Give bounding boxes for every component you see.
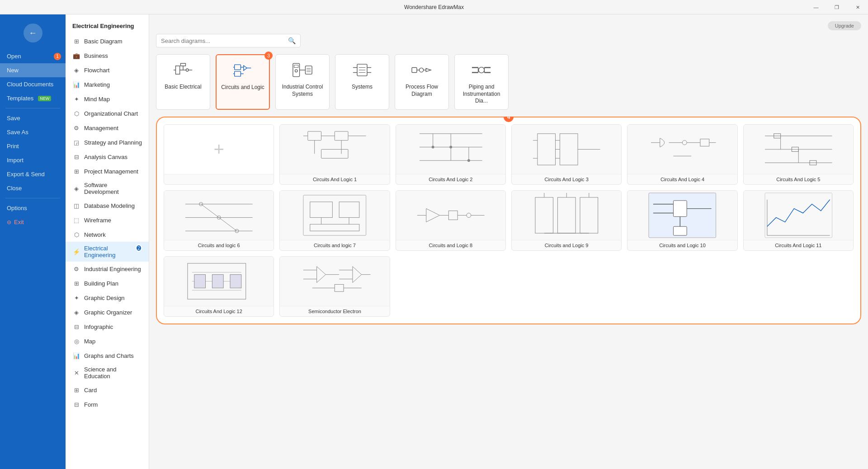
leftnav-item-business[interactable]: 💼 Business	[66, 48, 149, 63]
window-controls: — ❐ ✕	[806, 0, 868, 14]
category-systems[interactable]: Systems	[335, 54, 389, 110]
template-preview-circuits-2	[396, 125, 505, 174]
leftnav-item-org-chart[interactable]: ⬡ Organizational Chart	[66, 106, 149, 121]
templates-area: + Circuits And Logic 1 Circuits And Logi…	[156, 117, 861, 324]
leftnav-icon-business: 💼	[72, 52, 80, 60]
sidebar-item-new[interactable]: New	[0, 63, 66, 77]
leftnav-label-software-dev: Software Development	[84, 182, 142, 195]
svg-rect-45	[321, 149, 348, 158]
svg-rect-116	[674, 226, 687, 235]
leftnav-item-project-mgmt[interactable]: ⊞ Project Management	[66, 164, 149, 178]
leftnav-item-flowchart[interactable]: ◈ Flowchart	[66, 63, 149, 77]
leftnav-item-electrical-eng[interactable]: ⚡ Electrical Engineering 2	[66, 242, 149, 262]
leftnav-item-science[interactable]: ✕ Science and Education	[66, 363, 149, 383]
back-button[interactable]: ←	[24, 23, 42, 42]
template-card-circuits-12[interactable]: Circuits And Logic 12	[164, 256, 274, 317]
template-card-new[interactable]: +	[164, 124, 274, 185]
template-card-circuits-7[interactable]: Circuits and logic 7	[279, 190, 390, 251]
leftnav-item-industrial-eng[interactable]: ⚙ Industrial Engineering	[66, 262, 149, 276]
template-label-circuits-11: Circuits And Logic 11	[744, 240, 853, 250]
search-input[interactable]	[161, 38, 288, 44]
leftnav-icon-project-mgmt: ⊞	[72, 167, 80, 175]
template-card-semiconductor[interactable]: Semiconductor Electron	[279, 256, 390, 317]
leftnav-item-database[interactable]: ◫ Database Modeling	[66, 198, 149, 213]
leftnav-item-graphic-design[interactable]: ✦ Graphic Design	[66, 291, 149, 305]
category-row: Basic Electrical Circuits and Logic 3 In…	[156, 54, 861, 110]
sidebar-item-exit[interactable]: ⊝ Exit	[0, 215, 66, 229]
leftnav-label-basic-diagram: Basic Diagram	[84, 38, 123, 45]
leftnav-item-software-dev[interactable]: ◈ Software Development	[66, 178, 149, 198]
template-card-circuits-8[interactable]: Circuits and Logic 8	[396, 190, 506, 251]
template-card-circuits-5[interactable]: Circuits And Logic 5	[743, 124, 854, 185]
main-content: Upgrade 🔍 Basic Electrical Circuits and …	[149, 14, 868, 469]
sidebar-item-saveas[interactable]: Save As	[0, 125, 66, 139]
new-template-label	[164, 174, 274, 179]
leftnav-icon-map: ◎	[72, 337, 80, 345]
leftnav-item-basic-diagram[interactable]: ⊞ Basic Diagram	[66, 34, 149, 48]
svg-rect-134	[335, 284, 344, 291]
search-icon[interactable]: 🔍	[288, 37, 296, 44]
leftnav-icon-org-chart: ⬡	[72, 109, 80, 117]
category-basic-electrical[interactable]: Basic Electrical	[156, 54, 210, 110]
leftnav-item-strategy[interactable]: ◲ Strategy and Planning	[66, 135, 149, 150]
svg-rect-94	[310, 224, 359, 231]
minimize-button[interactable]: —	[806, 0, 826, 14]
leftnav-item-form[interactable]: ⊟ Form	[66, 397, 149, 412]
leftnav-item-graphic-org[interactable]: ◈ Graphic Organizer	[66, 305, 149, 319]
leftnav-item-mind-map[interactable]: ✦ Mind Map	[66, 92, 149, 106]
sidebar-item-export[interactable]: Export & Send	[0, 167, 66, 181]
leftnav-icon-infographic: ⊟	[72, 323, 80, 331]
template-card-circuits-4[interactable]: Circuits And Logic 4	[627, 124, 737, 185]
sidebar-label-import: Import	[7, 157, 24, 164]
leftnav-item-building-plan[interactable]: ⊞ Building Plan	[66, 276, 149, 291]
leftnav-label-graphs-charts: Graphs and Charts	[84, 352, 134, 359]
leftnav-icon-flowchart: ◈	[72, 66, 80, 74]
leftnav-label-business: Business	[84, 52, 108, 59]
leftnav-icon-card: ⊞	[72, 386, 80, 394]
svg-rect-103	[535, 197, 553, 233]
leftnav-item-infographic[interactable]: ⊟ Infographic	[66, 319, 149, 334]
template-card-circuits-1[interactable]: Circuits And Logic 1	[279, 124, 390, 185]
category-icon-systems	[349, 59, 375, 81]
close-button[interactable]: ✕	[847, 0, 868, 14]
category-label-systems: Systems	[352, 84, 373, 91]
template-label-circuits-6: Circuits and logic 6	[164, 240, 274, 250]
leftnav-item-wireframe[interactable]: ⬚ Wireframe	[66, 213, 149, 227]
sidebar-item-save[interactable]: Save	[0, 111, 66, 125]
category-piping[interactable]: Piping and Instrumentation Dia...	[454, 54, 509, 110]
category-circuits-logic[interactable]: Circuits and Logic 3	[216, 54, 270, 110]
restore-button[interactable]: ❐	[826, 0, 847, 14]
upgrade-button[interactable]: Upgrade	[828, 21, 861, 30]
leftnav-badge-electrical-eng: 2	[136, 244, 142, 252]
category-process-flow[interactable]: Process Flow Diagram	[395, 54, 449, 110]
sidebar-item-print[interactable]: Print	[0, 139, 66, 153]
category-icon-basic-electrical	[170, 59, 196, 81]
leftnav-item-marketing[interactable]: 📊 Marketing	[66, 77, 149, 92]
leftnav-item-card[interactable]: ⊞ Card	[66, 383, 149, 397]
leftnav-item-management[interactable]: ⚙ Management	[66, 121, 149, 135]
leftnav-label-management: Management	[84, 125, 118, 131]
template-card-circuits-9[interactable]: Circuits and Logic 9	[511, 190, 622, 251]
leftnav-item-analysis[interactable]: ⊟ Analysis Canvas	[66, 150, 149, 164]
svg-rect-43	[335, 131, 348, 141]
sidebar-item-cloud[interactable]: Cloud Documents	[0, 77, 66, 91]
leftnav-item-network[interactable]: ⬡ Network	[66, 227, 149, 242]
template-card-circuits-3[interactable]: Circuits And Logic 3	[511, 124, 622, 185]
template-label-circuits-9: Circuits and Logic 9	[512, 240, 621, 250]
sidebar-item-options[interactable]: Options	[0, 201, 66, 215]
leftnav-item-map[interactable]: ◎ Map	[66, 334, 149, 348]
template-card-circuits-6[interactable]: Circuits and logic 6	[164, 190, 274, 251]
template-card-circuits-10[interactable]: Circuits and Logic 10	[627, 190, 737, 251]
sidebar-item-open[interactable]: Open 1	[0, 49, 66, 63]
sidebar-logo[interactable]: ←	[0, 19, 66, 49]
category-label-circuits-logic: Circuits and Logic	[221, 84, 264, 91]
leftnav-item-graphs-charts[interactable]: 📊 Graphs and Charts	[66, 348, 149, 363]
category-label-process-flow: Process Flow Diagram	[400, 84, 444, 98]
sidebar-item-import[interactable]: Import	[0, 153, 66, 167]
sidebar-item-close[interactable]: Close	[0, 181, 66, 195]
category-industrial-control[interactable]: Industrial Control Systems	[275, 54, 330, 110]
sidebar-item-templates[interactable]: Templates NEW	[0, 91, 66, 105]
template-card-circuits-2[interactable]: Circuits And Logic 2	[396, 124, 506, 185]
sidebar-label-export: Export & Send	[7, 171, 45, 178]
template-card-circuits-11[interactable]: Circuits And Logic 11	[743, 190, 854, 251]
